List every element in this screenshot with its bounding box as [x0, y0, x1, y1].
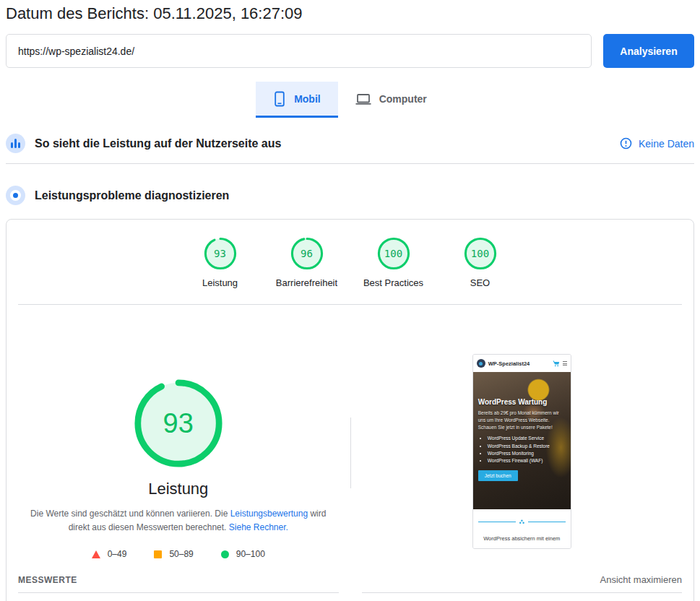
performance-gauge-label: Leistung	[148, 480, 208, 498]
screenshot-column: WP-Spezialist24 WordPress Wartung Bereit…	[350, 305, 694, 568]
disclaimer-text: Die Werte sind geschätzt und können vari…	[30, 509, 230, 519]
legend-pass: 90–100	[221, 549, 265, 559]
score-summary-row: 93 Leistung 96 Barrierefreiheit 100 Best…	[7, 220, 693, 288]
thumb-site-header: WP-Spezialist24	[473, 355, 571, 372]
red-triangle-icon	[92, 550, 100, 558]
orange-square-icon	[154, 550, 162, 558]
page-title: Datum des Berichts: 05.11.2025, 16:27:09	[6, 4, 694, 23]
tab-mobile[interactable]: Mobil	[256, 82, 338, 118]
mini-gauge: 96	[290, 236, 324, 271]
thumb-cta-button: Jetzt buchen	[478, 470, 518, 481]
mini-gauge: 100	[376, 236, 411, 271]
score-label: SEO	[470, 277, 490, 288]
expand-view-link[interactable]: Ansicht maximieren	[600, 574, 682, 585]
page-screenshot-thumbnail[interactable]: WP-Spezialist24 WordPress Wartung Bereit…	[472, 354, 571, 549]
calculator-link[interactable]: Siehe Rechner.	[229, 522, 288, 532]
thumb-hero-text: Bereits ab 29€ pro Monat kümmern wir uns…	[478, 410, 566, 431]
green-circle-icon	[221, 550, 229, 558]
metrics-header: MESSWERTE Ansicht maximieren	[18, 568, 682, 585]
laptop-icon	[355, 92, 371, 105]
analyze-button[interactable]: Analysieren	[603, 34, 694, 68]
legend-range: 50–89	[169, 549, 193, 559]
lighthouse-report-card: 93 Leistung 96 Barrierefreiheit 100 Best…	[6, 219, 694, 601]
thumb-feature-item: WordPress Firewall (WAF)	[488, 457, 566, 464]
metrics-columns	[18, 592, 682, 601]
tab-desktop-label: Computer	[379, 93, 427, 105]
score-value: 100	[376, 236, 411, 271]
thumb-feature-item: WordPress Update Service	[488, 435, 566, 442]
field-data-section-header: So sieht die Leistung auf der Nutzerseit…	[6, 134, 694, 153]
score-value: 100	[463, 236, 498, 271]
smartphone-icon	[273, 91, 286, 107]
tab-desktop[interactable]: Computer	[338, 82, 444, 118]
molecule-icon	[519, 519, 525, 524]
error-outline-icon	[620, 137, 632, 150]
scoring-link[interactable]: Leistungsbewertung	[230, 509, 308, 519]
thumb-hero-image: WordPress Wartung Bereits ab 29€ pro Mon…	[473, 372, 571, 509]
thumb-site-name: WP-Spezialist24	[488, 360, 550, 367]
summary-score-performance[interactable]: 93 Leistung	[177, 236, 264, 288]
legend-average: 50–89	[154, 549, 193, 559]
thumb-caption: WordPress absichern mit einem	[478, 535, 566, 542]
mini-gauge: 93	[203, 236, 238, 271]
summary-score-accessibility[interactable]: 96 Barrierefreiheit	[264, 236, 350, 288]
hamburger-icon	[563, 361, 567, 366]
thumb-feature-list: WordPress Update Service WordPress Backu…	[488, 435, 566, 465]
thumb-hero-title: WordPress Wartung	[478, 398, 566, 406]
legend-fail: 0–49	[92, 549, 127, 559]
device-tabs: Mobil Computer	[0, 82, 700, 118]
no-data-link[interactable]: Keine Daten	[620, 137, 694, 150]
score-legend: 0–49 50–89 90–100	[92, 549, 265, 559]
thumb-footer: WordPress absichern mit einem	[473, 509, 571, 548]
column-divider	[350, 418, 351, 488]
gear-logo-icon	[477, 359, 485, 368]
performance-score-value: 93	[134, 379, 223, 468]
gauge-dot-icon	[6, 186, 25, 205]
url-search-bar: Analysieren	[6, 34, 694, 68]
score-label: Barrierefreiheit	[276, 277, 337, 288]
mini-gauge: 100	[463, 236, 498, 271]
metric-column-right	[362, 592, 683, 601]
performance-gauge-column: 93 Leistung Die Werte sind geschätzt und…	[7, 305, 350, 568]
legend-range: 0–49	[108, 549, 127, 559]
score-disclaimer: Die Werte sind geschätzt und können vari…	[30, 507, 327, 535]
diagnose-title: Leistungsprobleme diagnostizieren	[35, 189, 694, 202]
performance-gauge: 93	[134, 379, 223, 468]
summary-score-best-practices[interactable]: 100 Best Practices	[350, 236, 437, 288]
section-divider	[6, 163, 694, 164]
score-label: Best Practices	[363, 277, 423, 288]
metric-column-left	[18, 592, 339, 601]
field-data-bars-icon	[6, 134, 25, 153]
score-label: Leistung	[202, 277, 238, 288]
score-value: 93	[203, 236, 238, 271]
metrics-title: MESSWERTE	[18, 575, 77, 585]
thumb-feature-item: WordPress Backup & Restore	[488, 443, 566, 450]
thumb-separator	[478, 519, 566, 524]
legend-range: 90–100	[236, 549, 265, 559]
no-data-label: Keine Daten	[639, 138, 694, 150]
url-input[interactable]	[6, 34, 592, 68]
tab-mobile-label: Mobil	[294, 93, 321, 105]
score-value: 96	[290, 236, 324, 271]
summary-score-seo[interactable]: 100 SEO	[437, 236, 524, 288]
thumb-feature-item: WordPress Monitoring	[488, 450, 566, 457]
diagnose-section-header: Leistungsprobleme diagnostizieren	[6, 186, 694, 205]
cart-icon	[553, 360, 560, 367]
performance-main-area: 93 Leistung Die Werte sind geschätzt und…	[7, 305, 693, 568]
field-data-title: So sieht die Leistung auf der Nutzerseit…	[35, 137, 610, 150]
